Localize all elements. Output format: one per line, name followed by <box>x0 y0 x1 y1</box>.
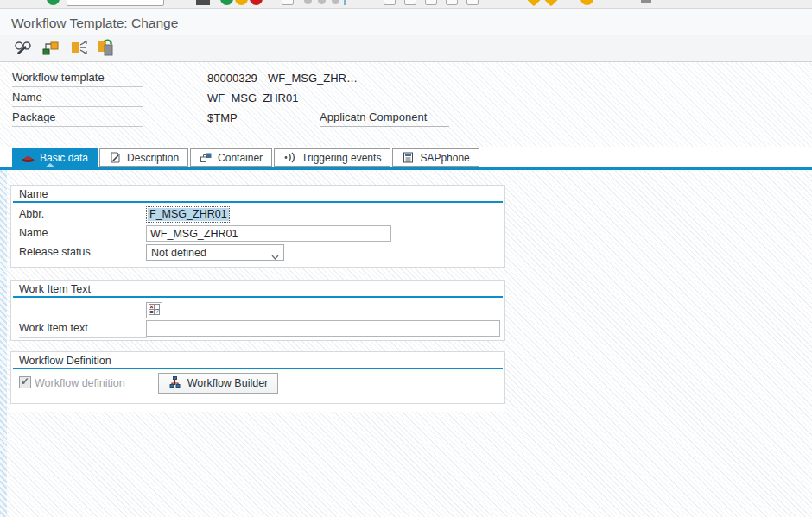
application-component-label: Applicatn Component <box>320 110 449 127</box>
transfer-button[interactable] <box>67 37 91 60</box>
workflow-definition-checkbox[interactable] <box>19 376 31 388</box>
exit-icon[interactable] <box>235 0 248 5</box>
hat-icon <box>22 152 35 163</box>
toolbar-cursor <box>344 0 346 5</box>
sap-gui-window: Workflow Template: Change <box>0 0 812 517</box>
create-session-icon[interactable] <box>466 0 479 5</box>
svg-text:?: ? <box>155 308 159 314</box>
first-page-icon[interactable] <box>384 0 396 5</box>
group-title: Name <box>19 188 48 200</box>
tab-sapphone[interactable]: SAPphone <box>392 148 479 167</box>
work-item-text-label: Work item text <box>19 322 147 338</box>
sound-waves-icon <box>283 152 296 163</box>
group-title: Work Item Text <box>19 283 91 295</box>
page-up-icon[interactable] <box>404 0 416 5</box>
shortcut-icon[interactable] <box>544 0 559 6</box>
left-decoration-band <box>0 170 7 517</box>
release-status-value: Not defined <box>151 247 206 259</box>
basic-data-panel: Name Abbr. F_MSG_ZHR01 Name Release stat… <box>0 170 812 517</box>
name-groupbox: Name Abbr. F_MSG_ZHR01 Name Release stat… <box>10 185 505 268</box>
create-shortcut-icon[interactable] <box>527 0 542 6</box>
tab-label: Triggering events <box>301 152 381 164</box>
workflow-template-abbr[interactable]: WF_MSG_ZHR… <box>268 72 358 85</box>
transfer-icon <box>70 39 89 59</box>
release-status-label: Release status <box>19 246 147 262</box>
phone-pad-icon <box>402 152 415 163</box>
back-icon[interactable] <box>220 0 233 5</box>
group-accent-rule <box>13 368 503 369</box>
cancel-icon[interactable] <box>250 0 263 5</box>
page-down-icon[interactable] <box>425 0 437 5</box>
find-icon[interactable] <box>304 0 312 4</box>
tab-label: Basic data <box>40 152 88 164</box>
tab-label: Description <box>127 152 179 164</box>
abbr-label: Abbr. <box>19 208 147 224</box>
find-next-icon[interactable] <box>318 0 326 4</box>
customize-layout-icon[interactable] <box>641 0 651 3</box>
insert-variables-icon: ? <box>149 304 160 318</box>
other-task-button[interactable] <box>38 37 61 60</box>
page-title: Workflow Template: Change <box>11 16 178 31</box>
document-edit-icon <box>109 152 122 163</box>
name-value[interactable]: WF_MSG_ZHR01 <box>207 91 298 104</box>
copy-button[interactable] <box>93 37 117 60</box>
name-field-label: Name <box>19 227 147 243</box>
header-form: Workflow template 80000329 WF_MSG_ZHR… N… <box>0 62 812 147</box>
tab-container[interactable]: Container <box>190 148 272 167</box>
insert-variables-button[interactable]: ? <box>146 302 162 318</box>
workflow-builder-button[interactable]: Workflow Builder <box>158 373 278 394</box>
tab-label: Container <box>218 152 263 164</box>
tab-description[interactable]: Description <box>99 148 188 167</box>
package-value[interactable]: $TMP <box>207 111 238 124</box>
name-label: Name <box>12 91 143 107</box>
abbr-field[interactable]: F_MSG_ZHR01 <box>146 206 230 223</box>
application-toolbar <box>0 35 812 62</box>
group-title: Workflow Definition <box>19 355 111 367</box>
other-task-icon <box>41 39 60 59</box>
title-bar: Workflow Template: Change <box>0 9 812 35</box>
work-item-text-input[interactable] <box>146 320 500 337</box>
group-accent-rule <box>13 201 503 203</box>
help-icon[interactable] <box>580 0 593 5</box>
workflow-builder-icon <box>168 376 181 390</box>
workflow-template-label: Workflow template <box>12 71 143 87</box>
abbr-value: F_MSG_ZHR01 <box>148 208 229 221</box>
display-change-icon <box>13 39 32 59</box>
find-more-icon[interactable] <box>332 0 339 4</box>
workflow-builder-label: Workflow Builder <box>187 377 269 389</box>
container-icon <box>200 152 213 163</box>
save-icon[interactable] <box>196 0 210 5</box>
display-change-button[interactable] <box>10 37 34 60</box>
last-page-icon[interactable] <box>446 0 458 5</box>
command-field[interactable] <box>67 0 164 6</box>
tab-triggering-events[interactable]: Triggering events <box>274 148 390 167</box>
work-item-groupbox: Work Item Text ? Work item text <box>10 280 505 341</box>
workflow-template-number[interactable]: 80000329 <box>207 72 257 85</box>
tab-label: SAPphone <box>420 152 469 164</box>
workflow-definition-groupbox: Workflow Definition Workflow definition … <box>10 351 505 404</box>
standard-toolbar <box>0 0 812 9</box>
toolbar-separator <box>3 37 3 60</box>
chevron-down-icon <box>271 250 279 255</box>
copy-icon <box>95 38 116 60</box>
name-input[interactable] <box>146 225 391 242</box>
print-icon[interactable] <box>282 0 294 5</box>
release-status-select[interactable]: Not defined <box>146 244 284 261</box>
group-accent-rule <box>13 296 503 298</box>
tab-strip: Basic data Description <box>0 147 812 170</box>
continue-icon[interactable] <box>47 0 60 5</box>
package-label: Package <box>12 110 143 127</box>
workflow-definition-checkbox-label: Workflow definition <box>35 377 125 389</box>
